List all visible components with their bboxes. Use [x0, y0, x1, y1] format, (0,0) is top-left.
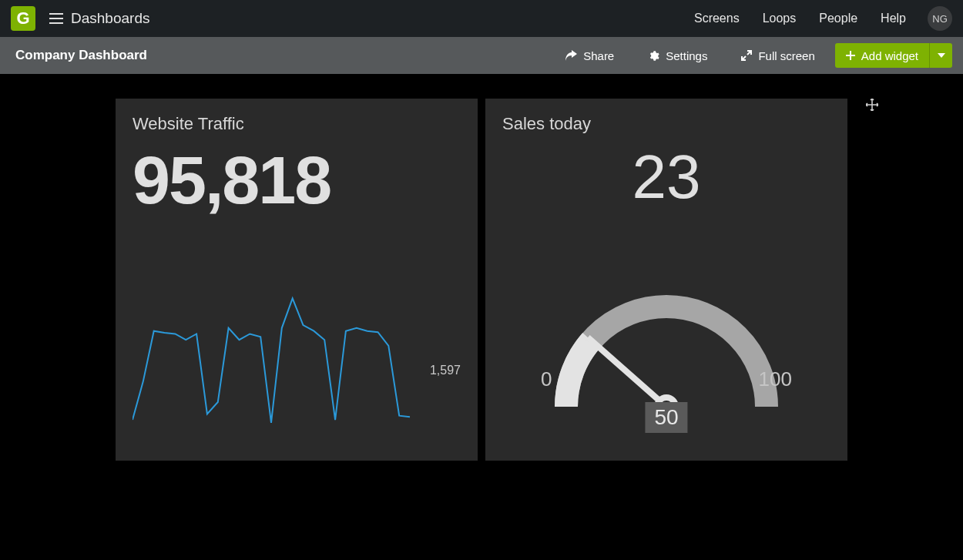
traffic-value: 95,818: [133, 146, 461, 214]
nav-title[interactable]: Dashboards: [71, 10, 149, 27]
expand-icon: [741, 50, 752, 61]
widget-sales-today[interactable]: Sales today 23 0 100 50: [485, 99, 847, 461]
add-widget-label: Add widget: [861, 49, 918, 62]
dashboard-toolbar: Company Dashboard Share Settings Full sc…: [0, 37, 963, 74]
nav-link-people[interactable]: People: [819, 12, 857, 25]
avatar[interactable]: NG: [928, 6, 952, 31]
fullscreen-label: Full screen: [758, 49, 814, 62]
nav-links: Screens Loops People Help NG: [671, 6, 952, 31]
sales-value: 23: [502, 146, 830, 208]
sparkline-chart: [133, 287, 425, 441]
traffic-sparkline: 1,597: [133, 287, 461, 441]
dashboard-canvas: Website Traffic 95,818 1,597 Sales today…: [0, 74, 963, 461]
gauge: 0 100 50: [485, 268, 847, 445]
dashboard-name: Company Dashboard: [15, 48, 147, 63]
share-label: Share: [583, 49, 614, 62]
hamburger-icon[interactable]: [49, 13, 63, 24]
nav-link-screens[interactable]: Screens: [694, 12, 740, 25]
widget-title: Sales today: [502, 114, 830, 134]
share-icon: [565, 50, 577, 61]
add-widget-button[interactable]: Add widget: [835, 43, 929, 68]
gauge-range-labels: 0 100: [485, 367, 847, 391]
move-handle-icon[interactable]: [866, 99, 878, 114]
brand-logo[interactable]: G: [11, 6, 35, 31]
settings-button[interactable]: Settings: [648, 49, 707, 62]
gauge-target-label: 50: [645, 402, 687, 433]
add-widget-group: Add widget: [835, 43, 952, 68]
sparkline-last-label: 1,597: [430, 364, 461, 377]
nav-link-loops[interactable]: Loops: [763, 12, 797, 25]
gear-icon: [648, 50, 659, 62]
gauge-min-label: 0: [541, 367, 552, 391]
plus-icon: [846, 51, 855, 60]
settings-label: Settings: [666, 49, 707, 62]
top-nav: G Dashboards Screens Loops People Help N…: [0, 0, 963, 37]
widget-website-traffic[interactable]: Website Traffic 95,818 1,597: [116, 99, 478, 461]
widget-title: Website Traffic: [133, 114, 461, 134]
fullscreen-button[interactable]: Full screen: [741, 49, 814, 62]
chevron-down-icon: [938, 53, 945, 58]
nav-link-help[interactable]: Help: [881, 12, 906, 25]
add-widget-dropdown[interactable]: [929, 43, 952, 68]
gauge-max-label: 100: [759, 367, 792, 391]
share-button[interactable]: Share: [565, 49, 614, 62]
